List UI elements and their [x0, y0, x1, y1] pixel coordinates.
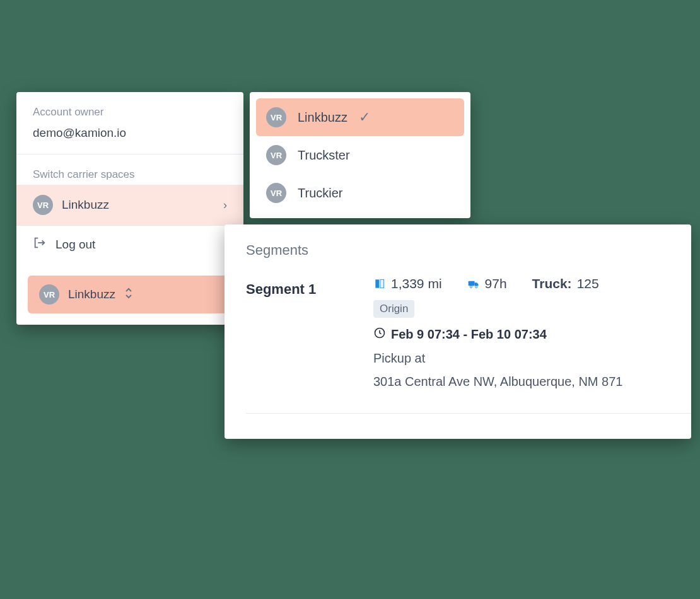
- current-carrier-item[interactable]: VR Linkbuzz ›: [16, 185, 243, 225]
- carrier-option-truckster[interactable]: VR Truckster: [256, 136, 464, 174]
- logout-section: Log out: [16, 226, 243, 263]
- distance-stat: 1,339 mi: [373, 276, 442, 291]
- svg-rect-1: [380, 279, 384, 288]
- updown-icon: [124, 287, 133, 303]
- check-icon: ✓: [359, 109, 370, 125]
- carrier-badge-icon: VR: [266, 183, 286, 203]
- carrier-badge-icon: VR: [33, 195, 53, 215]
- carrier-option-label: Linkbuzz: [298, 110, 347, 125]
- carrier-dropdown: VR Linkbuzz ✓ VR Truckster VR Truckier: [250, 92, 470, 218]
- carrier-option-linkbuzz[interactable]: VR Linkbuzz ✓: [256, 98, 464, 136]
- svg-point-4: [475, 286, 477, 288]
- segment-time-window: Feb 9 07:34 - Feb 10 07:34: [373, 327, 691, 342]
- switch-carrier-section: Switch carrier spaces VR Linkbuzz ›: [16, 154, 243, 226]
- logout-icon: [33, 236, 47, 253]
- map-icon: [373, 277, 386, 290]
- duration-stat: 97h: [467, 276, 507, 291]
- logout-label: Log out: [55, 238, 95, 252]
- account-owner-section: Account owner demo@kamion.io: [16, 92, 243, 154]
- segment-body: 1,339 mi 97h Truck: 125 Origin: [373, 276, 691, 389]
- segments-title: Segments: [246, 242, 691, 259]
- footer-carrier-badge-icon: VR: [39, 284, 59, 305]
- pickup-prefix: Pickup at: [373, 351, 691, 366]
- segment-name: Segment 1: [246, 276, 341, 298]
- svg-rect-2: [468, 281, 474, 286]
- truck-id-stat: Truck: 125: [532, 276, 599, 291]
- duration-value: 97h: [485, 276, 507, 291]
- current-carrier-name: Linkbuzz: [62, 198, 214, 212]
- account-owner-label: Account owner: [16, 92, 243, 122]
- truck-value: 125: [577, 276, 599, 291]
- chevron-right-icon: ›: [223, 199, 227, 212]
- pickup-address: 301a Central Ave NW, Albuquerque, NM 871: [373, 375, 691, 389]
- truck-icon: [467, 277, 480, 290]
- account-menu-panel: Account owner demo@kamion.io Switch carr…: [16, 92, 243, 325]
- switch-carrier-label: Switch carrier spaces: [16, 154, 243, 185]
- divider: [246, 413, 691, 414]
- segments-panel: Segments Segment 1 1,339 mi 97h Tru: [225, 224, 691, 439]
- carrier-badge-icon: VR: [266, 107, 286, 127]
- account-owner-value: demo@kamion.io: [16, 122, 243, 154]
- carrier-badge-icon: VR: [266, 145, 286, 165]
- segment-stats: 1,339 mi 97h Truck: 125: [373, 276, 691, 291]
- origin-badge: Origin: [373, 300, 414, 318]
- footer-carrier-name: Linkbuzz: [68, 288, 115, 301]
- time-window-value: Feb 9 07:34 - Feb 10 07:34: [391, 327, 547, 342]
- carrier-option-truckier[interactable]: VR Truckier: [256, 174, 464, 212]
- logout-button[interactable]: Log out: [16, 226, 243, 263]
- truck-label: Truck:: [532, 276, 572, 291]
- carrier-option-label: Truckier: [298, 186, 342, 201]
- carrier-option-label: Truckster: [298, 148, 350, 163]
- segment-row: Segment 1 1,339 mi 97h Truck: 125: [246, 276, 691, 389]
- footer-carrier-switcher[interactable]: VR Linkbuzz: [28, 276, 232, 313]
- svg-rect-0: [375, 279, 379, 288]
- clock-icon: [373, 327, 386, 342]
- distance-value: 1,339 mi: [391, 276, 442, 291]
- svg-point-3: [470, 286, 472, 288]
